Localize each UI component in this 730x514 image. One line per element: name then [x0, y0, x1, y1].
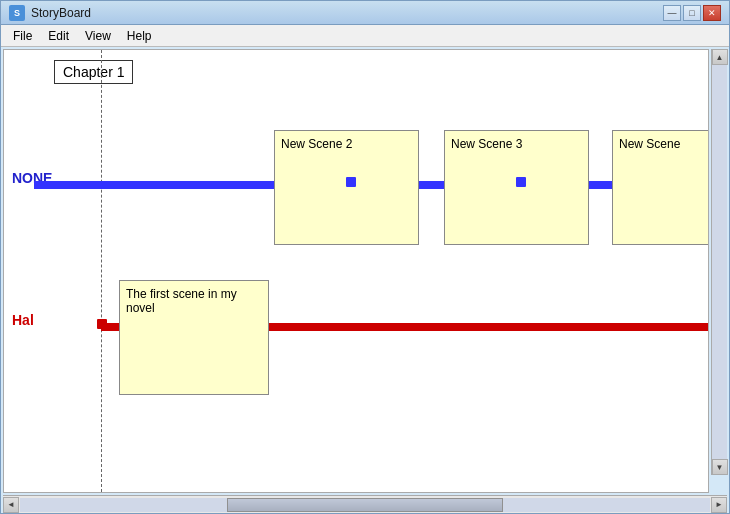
scene-card-hal-1[interactable]: The first scene in my novel [119, 280, 269, 395]
minimize-button[interactable]: — [663, 5, 681, 21]
scene-card-none-2[interactable]: New Scene 2 [274, 130, 419, 245]
scroll-track-right[interactable] [712, 65, 727, 459]
connector-dot-red-1 [97, 319, 107, 329]
row-label-hal: Hal [12, 312, 34, 328]
scene-none-3-label: New Scene 3 [451, 137, 522, 151]
maximize-button[interactable]: □ [683, 5, 701, 21]
app-icon: S [9, 5, 25, 21]
menu-view[interactable]: View [77, 27, 119, 45]
menu-help[interactable]: Help [119, 27, 160, 45]
menu-edit[interactable]: Edit [40, 27, 77, 45]
menu-bar: File Edit View Help [1, 25, 729, 47]
scene-none-2-label: New Scene 2 [281, 137, 352, 151]
main-area: Chapter 1 NONE New Scene 2 New Scene 3 N… [1, 47, 729, 495]
main-window: S StoryBoard — □ ✕ File Edit View Help C… [0, 0, 730, 514]
scene-card-none-4[interactable]: New Scene [612, 130, 708, 245]
chapter-label[interactable]: Chapter 1 [54, 60, 133, 84]
title-bar: S StoryBoard — □ ✕ [1, 1, 729, 25]
canvas-container: Chapter 1 NONE New Scene 2 New Scene 3 N… [3, 49, 709, 493]
scene-hal-1-content: The first scene in my novel [126, 287, 237, 315]
scene-card-none-3[interactable]: New Scene 3 [444, 130, 589, 245]
scroll-down-button[interactable]: ▼ [712, 459, 728, 475]
scrollbar-right: ▲ ▼ [711, 49, 727, 475]
scroll-right-button[interactable]: ► [711, 497, 727, 513]
connector-dot-blue-1 [346, 177, 356, 187]
window-title: StoryBoard [31, 6, 91, 20]
window-controls: — □ ✕ [663, 5, 721, 21]
canvas-inner: Chapter 1 NONE New Scene 2 New Scene 3 N… [4, 50, 708, 492]
bottom-scrollbar: ◄ ► [3, 495, 727, 513]
menu-file[interactable]: File [5, 27, 40, 45]
scroll-left-button[interactable]: ◄ [3, 497, 19, 513]
dashed-line [101, 50, 102, 492]
close-button[interactable]: ✕ [703, 5, 721, 21]
scroll-thumb-horizontal[interactable] [227, 498, 503, 512]
scroll-up-button[interactable]: ▲ [712, 49, 728, 65]
scene-none-4-label: New Scene [619, 137, 680, 151]
connector-dot-blue-2 [516, 177, 526, 187]
scroll-track-horizontal[interactable] [20, 498, 710, 512]
title-bar-left: S StoryBoard [9, 5, 91, 21]
